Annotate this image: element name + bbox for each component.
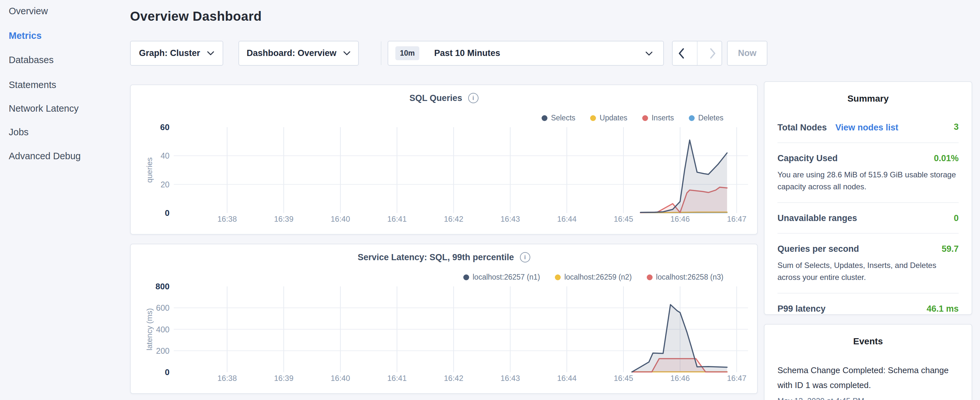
chart-series — [632, 304, 727, 372]
dashboard-dropdown-label: Dashboard: Overview — [247, 48, 336, 58]
legend-label: localhost:26258 (n3) — [656, 273, 724, 282]
sql-queries-chart-card: SQL Queries i SelectsUpdatesInsertsDelet… — [130, 84, 758, 234]
summary-row-capacity-used: Capacity Used 0.01% You are using 28.6 M… — [778, 143, 959, 203]
y-axis-tick-label: 400 — [156, 325, 170, 334]
summary-description: Sum of Selects, Updates, Inserts, and De… — [778, 259, 959, 283]
y-axis-tick-label: 60 — [160, 122, 170, 132]
x-axis-tick-label: 16:47 — [727, 215, 746, 223]
info-icon[interactable]: i — [520, 252, 530, 263]
legend-dot-icon — [590, 115, 596, 121]
x-axis-tick-label: 16:46 — [670, 215, 690, 223]
y-axis-title: latency (ms) — [145, 308, 154, 351]
legend-label: Inserts — [652, 113, 674, 122]
graph-dropdown[interactable]: Graph: Cluster — [130, 41, 223, 66]
legend-dot-icon — [555, 274, 561, 280]
time-next-button[interactable] — [704, 41, 722, 65]
legend-dot-icon — [642, 115, 648, 121]
x-axis-tick-label: 16:39 — [274, 215, 293, 223]
summary-label: Unavailable ranges — [778, 213, 857, 223]
x-axis-tick-label: 16:45 — [614, 374, 633, 382]
summary-label: Total Nodes — [778, 123, 827, 132]
y-axis-tick-label: 20 — [161, 180, 170, 189]
service-latency-chart[interactable]: 16:3816:3916:4016:4116:4216:4316:4416:45… — [140, 281, 754, 386]
sidebar-item-statements[interactable]: Statements — [9, 78, 56, 91]
x-axis-tick-label: 16:39 — [274, 374, 293, 382]
button-divider — [697, 41, 698, 65]
service-latency-chart-card: Service Latency: SQL, 99th percentile i … — [130, 244, 758, 394]
sidebar-item-advanced-debug[interactable]: Advanced Debug — [9, 150, 81, 163]
summary-label: Queries per second — [778, 244, 859, 254]
legend-item: Updates — [590, 113, 627, 122]
x-axis-tick-label: 16:40 — [331, 215, 350, 223]
legend-item: localhost:26257 (n1) — [463, 273, 540, 282]
summary-panel: Summary Total Nodes View nodes list 3 Ca… — [764, 81, 972, 315]
legend-label: Selects — [551, 113, 575, 122]
legend-dot-icon — [463, 274, 469, 280]
y-axis-title: queries — [145, 157, 154, 183]
events-title: Events — [765, 336, 972, 347]
time-range-selector[interactable]: 10m Past 10 Minutes — [388, 41, 664, 66]
x-axis-tick-label: 16:40 — [331, 374, 350, 382]
events-panel: Events Schema Change Completed: Schema c… — [764, 324, 972, 400]
summary-value: 0 — [954, 213, 959, 223]
y-axis-tick-label: 800 — [156, 282, 170, 291]
now-button-label: Now — [738, 48, 756, 58]
x-axis-tick-label: 16:44 — [557, 374, 576, 382]
sidebar-item-jobs[interactable]: Jobs — [9, 126, 29, 139]
summary-row-unavailable-ranges: Unavailable ranges 0 — [778, 203, 959, 234]
info-icon[interactable]: i — [468, 93, 479, 103]
legend-label: localhost:26259 (n2) — [564, 273, 632, 282]
time-step-buttons — [672, 41, 722, 66]
chevron-right-icon — [710, 48, 716, 59]
summary-description: You are using 28.6 MiB of 515.9 GiB usab… — [778, 169, 959, 193]
y-axis-tick-label: 0 — [165, 208, 170, 218]
x-axis-tick-label: 16:44 — [557, 215, 576, 223]
sidebar-item-overview[interactable]: Overview — [9, 5, 48, 18]
view-nodes-list-link[interactable]: View nodes list — [835, 123, 899, 132]
summary-value: 46.1 ms — [927, 304, 959, 314]
sidebar-item-network-latency[interactable]: Network Latency — [9, 102, 79, 115]
x-axis-tick-label: 16:38 — [217, 215, 237, 223]
sql-queries-chart[interactable]: 16:3816:3916:4016:4116:4216:4316:4416:45… — [140, 122, 754, 227]
sidebar-item-metrics[interactable]: Metrics — [9, 29, 42, 42]
x-axis-tick-label: 16:38 — [217, 374, 237, 382]
summary-label: P99 latency — [778, 304, 826, 314]
chevron-down-icon — [207, 51, 215, 56]
dashboard-dropdown[interactable]: Dashboard: Overview — [239, 41, 359, 66]
legend-dot-icon — [647, 274, 652, 280]
time-prev-button[interactable] — [673, 41, 690, 65]
x-axis-tick-label: 16:47 — [727, 374, 746, 382]
chevron-down-icon — [343, 51, 351, 56]
event-item-text[interactable]: Schema Change Completed: Schema change w… — [778, 363, 959, 392]
chart-title: SQL Queries — [409, 93, 462, 103]
legend-item: Deletes — [689, 113, 724, 122]
chevron-left-icon — [678, 48, 685, 59]
legend-label: localhost:26257 (n1) — [473, 273, 540, 282]
series-area — [632, 304, 727, 372]
sidebar-item-databases[interactable]: Databases — [9, 53, 54, 66]
chart-title: Service Latency: SQL, 99th percentile — [358, 252, 514, 263]
legend-item: Selects — [542, 113, 575, 122]
y-axis-tick-label: 600 — [156, 303, 170, 312]
summary-value: 0.01% — [934, 153, 959, 163]
chevron-down-icon — [645, 51, 653, 56]
legend-label: Updates — [600, 113, 627, 122]
x-axis-tick-label: 16:41 — [387, 374, 407, 382]
page-title: Overview Dashboard — [130, 9, 262, 24]
legend-item: Inserts — [642, 113, 674, 122]
time-range-label: Past 10 Minutes — [434, 48, 500, 58]
legend-dot-icon — [542, 115, 547, 121]
legend-item: localhost:26259 (n2) — [555, 273, 632, 282]
now-button[interactable]: Now — [727, 41, 767, 66]
summary-row-total-nodes: Total Nodes View nodes list 3 — [778, 104, 959, 143]
summary-row-queries-per-second: Queries per second 59.7 Sum of Selects, … — [778, 234, 959, 293]
chart-gridlines — [174, 127, 748, 213]
time-range-badge: 10m — [395, 46, 419, 60]
chart-series — [641, 140, 727, 213]
event-item-timestamp: May 13, 2020 at 4:45 PM — [778, 397, 959, 400]
summary-title: Summary — [765, 94, 972, 104]
y-axis-tick-label: 200 — [156, 346, 170, 355]
x-axis-tick-label: 16:43 — [501, 374, 520, 382]
metrics-page: Overview Metrics Databases Statements Ne… — [0, 0, 980, 400]
chart-axis-labels: 16:3816:3916:4016:4116:4216:4316:4416:45… — [145, 122, 746, 223]
